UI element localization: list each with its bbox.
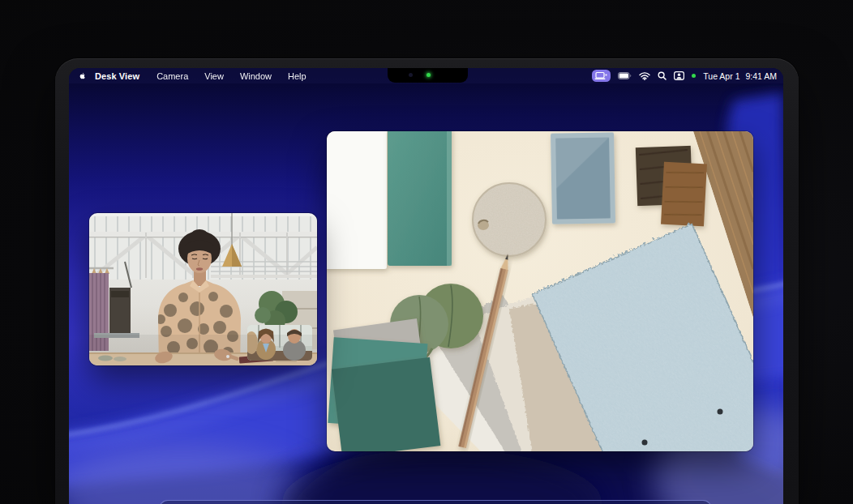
brown-wood-swatch bbox=[661, 162, 707, 227]
menu-app-name[interactable]: Desk View bbox=[95, 71, 139, 81]
spotlight-icon[interactable] bbox=[658, 71, 667, 80]
fabric-snap bbox=[718, 409, 723, 415]
fabric-snap bbox=[642, 440, 648, 446]
status-green-dot-icon bbox=[692, 74, 696, 78]
camera-lens-icon bbox=[409, 73, 413, 77]
product-backdrop: Desk View Camera View Window Help bbox=[0, 0, 853, 504]
slate-blue-tile bbox=[551, 132, 615, 224]
menu-camera[interactable]: Camera bbox=[156, 71, 188, 81]
facetime-video-scene bbox=[89, 213, 317, 365]
desk-view-window[interactable] bbox=[327, 131, 753, 451]
background-window-edge[interactable] bbox=[159, 500, 712, 504]
menu-help[interactable]: Help bbox=[288, 71, 306, 81]
teal-tile bbox=[388, 131, 452, 266]
desktop-screen: Desk View Camera View Window Help bbox=[69, 68, 783, 504]
desk-view-scene bbox=[327, 131, 753, 451]
camera-indicator-light bbox=[426, 73, 431, 77]
menu-date: Tue Apr 1 bbox=[703, 71, 739, 81]
camera-notch bbox=[388, 68, 468, 83]
apple-menu[interactable] bbox=[77, 70, 86, 81]
menu-window[interactable]: Window bbox=[240, 71, 272, 81]
menu-clock[interactable]: Tue Apr 1 9:41 AM bbox=[703, 71, 777, 81]
wifi-icon[interactable] bbox=[639, 72, 650, 80]
felt-disc bbox=[473, 183, 546, 256]
battery-icon[interactable] bbox=[618, 72, 632, 79]
menu-view[interactable]: View bbox=[204, 71, 224, 81]
menu-time: 9:41 AM bbox=[745, 71, 777, 81]
continuity-camera-icon[interactable] bbox=[592, 70, 611, 82]
user-switch-icon[interactable] bbox=[674, 71, 684, 80]
white-card bbox=[327, 131, 387, 269]
apple-logo-icon bbox=[77, 70, 86, 81]
macbook-display: Desk View Camera View Window Help bbox=[55, 58, 799, 504]
facetime-video-window[interactable] bbox=[89, 213, 317, 365]
